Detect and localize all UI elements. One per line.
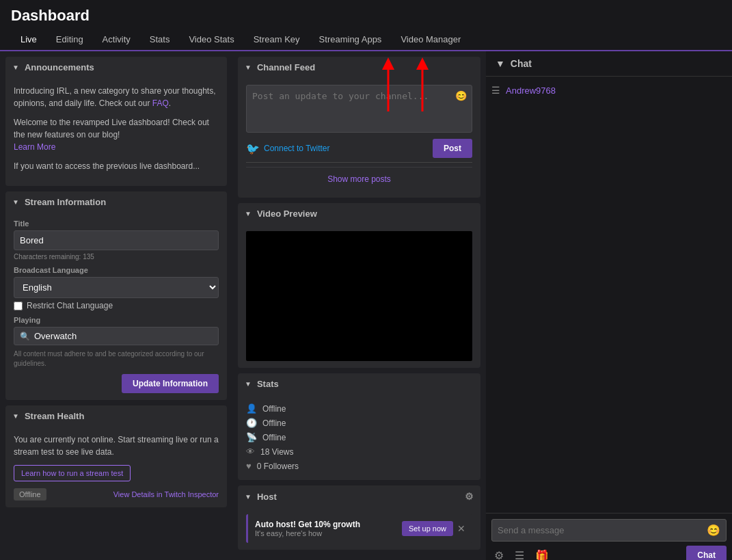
channel-feed-header[interactable]: ▼ Channel Feed xyxy=(238,57,480,78)
clock-icon: 🕐 xyxy=(246,418,257,428)
offline-badge: Offline xyxy=(14,488,46,501)
learn-more-link[interactable]: Learn More xyxy=(14,142,55,152)
video-preview-arrow: ▼ xyxy=(245,210,252,217)
close-promo-button[interactable]: ✕ xyxy=(457,523,465,534)
broadcast-language-select[interactable]: English Spanish French German xyxy=(14,277,219,298)
update-information-button[interactable]: Update Information xyxy=(122,374,219,393)
chat-user-row: ☰ Andrew9768 xyxy=(491,82,727,98)
health-footer: Offline View Details in Twitch Inspector xyxy=(14,488,219,501)
chat-message-input[interactable] xyxy=(498,525,707,535)
channel-feed-title: Channel Feed xyxy=(257,62,315,72)
post-button[interactable]: Post xyxy=(433,139,472,158)
restrict-chat-label: Restrict Chat Language xyxy=(27,301,113,310)
stream-health-arrow: ▼ xyxy=(12,412,19,420)
host-promo: Auto host! Get 10% growth It's easy, her… xyxy=(246,514,472,543)
tab-video-manager[interactable]: Video Manager xyxy=(391,29,470,51)
announcements-arrow: ▼ xyxy=(12,64,19,71)
chat-input-area: 😊 ⚙ ☰ 🎁 Chat xyxy=(486,513,732,560)
twitter-connect-label: Connect to Twitter xyxy=(264,144,330,153)
stat-value-1: Offline xyxy=(262,404,286,414)
restrict-chat-checkbox[interactable] xyxy=(14,302,23,310)
chat-gift-button[interactable]: 🎁 xyxy=(532,546,552,561)
host-promo-title: Auto host! Get 10% growth xyxy=(255,520,360,529)
tab-live[interactable]: Live xyxy=(11,29,46,51)
announcements-panel: ▼ Announcements Introducing IRL, a new c… xyxy=(5,57,227,186)
playing-label: Playing xyxy=(14,316,219,324)
chat-title: Chat xyxy=(511,58,532,69)
signal-icon: 📡 xyxy=(246,432,257,442)
host-header[interactable]: ▼ Host ⚙ xyxy=(238,485,480,507)
twitch-inspector-link[interactable]: View Details in Twitch Inspector xyxy=(113,490,219,498)
stream-health-panel: ▼ Stream Health You are currently not on… xyxy=(5,405,227,507)
chat-emoji-button[interactable]: 😊 xyxy=(707,524,720,537)
chat-body: ☰ Andrew9768 xyxy=(486,77,732,513)
stream-health-body: You are currently not online. Start stre… xyxy=(5,427,227,507)
main-layout: ▼ Announcements Introducing IRL, a new c… xyxy=(0,51,732,560)
chat-settings-button[interactable]: ⚙ xyxy=(491,546,506,561)
stat-value-3: Offline xyxy=(262,433,286,442)
playing-input[interactable] xyxy=(34,331,213,341)
feed-emoji-icon[interactable]: 😊 xyxy=(455,90,467,101)
stream-health-text: You are currently not online. Start stre… xyxy=(14,434,219,458)
broadcast-language-label: Broadcast Language xyxy=(14,266,219,274)
video-preview-title: Video Preview xyxy=(257,209,317,219)
stats-header[interactable]: ▼ Stats xyxy=(238,373,480,395)
tab-stats[interactable]: Stats xyxy=(140,29,180,51)
tab-activity[interactable]: Activity xyxy=(93,29,140,51)
channel-feed-panel: ▼ Channel Feed 😊 🐦 Connect to Twitter Po… xyxy=(238,57,480,198)
left-column: ▼ Announcements Introducing IRL, a new c… xyxy=(0,51,232,560)
host-panel: ▼ Host ⚙ Auto host! Get 10% growth It's … xyxy=(238,485,480,550)
channel-feed-arrow: ▼ xyxy=(245,64,252,71)
setup-now-button[interactable]: Set up now xyxy=(402,521,453,536)
chat-send-button[interactable]: Chat xyxy=(686,546,727,560)
stat-value-4: 18 Views xyxy=(260,447,293,457)
chat-list-button[interactable]: ☰ xyxy=(512,546,527,561)
video-preview-box xyxy=(246,231,472,361)
host-promo-sub: It's easy, here's how xyxy=(255,529,360,537)
chat-panel-header: ▼ Chat xyxy=(486,51,732,77)
right-column: ▼ Chat ☰ Andrew9768 😊 ⚙ ☰ 🎁 Chat xyxy=(486,51,732,560)
host-gear-icon[interactable]: ⚙ xyxy=(465,491,474,502)
stat-value-2: Offline xyxy=(262,418,286,428)
stats-title: Stats xyxy=(257,379,279,389)
center-column: ▼ Channel Feed 😊 🐦 Connect to Twitter Po… xyxy=(232,51,486,560)
tab-editing[interactable]: Editing xyxy=(46,29,93,51)
stream-title-input[interactable] xyxy=(14,230,219,250)
show-more-posts[interactable]: Show more posts xyxy=(246,167,472,191)
stream-test-button[interactable]: Learn how to run a stream test xyxy=(14,465,131,481)
channel-feed-textarea[interactable] xyxy=(246,85,472,133)
announcements-header[interactable]: ▼ Announcements xyxy=(5,57,227,78)
stream-info-header[interactable]: ▼ Stream Information xyxy=(5,191,227,213)
stream-health-title: Stream Health xyxy=(25,411,84,421)
stream-health-header[interactable]: ▼ Stream Health xyxy=(5,405,227,427)
app-header: Dashboard Live Editing Activity Stats Vi… xyxy=(0,0,732,51)
stats-body: 👤 Offline 🕐 Offline 📡 Offline 👁 18 Views… xyxy=(238,395,480,480)
announcements-body: Introducing IRL, a new category to share… xyxy=(5,78,227,186)
video-preview-header[interactable]: ▼ Video Preview xyxy=(238,203,480,224)
stream-info-arrow: ▼ xyxy=(12,198,19,206)
user-icon: 👤 xyxy=(246,403,257,414)
search-icon: 🔍 xyxy=(20,332,30,341)
stat-row-4: 👁 18 Views xyxy=(246,444,472,459)
faq-link[interactable]: FAQ xyxy=(152,98,169,108)
title-label: Title xyxy=(14,219,219,228)
announcements-title: Announcements xyxy=(25,62,94,72)
twitter-connect[interactable]: 🐦 Connect to Twitter xyxy=(246,142,330,155)
chat-arrow: ▼ xyxy=(496,58,505,69)
tab-streaming-apps[interactable]: Streaming Apps xyxy=(310,29,392,51)
chars-remaining: Characters remaining: 135 xyxy=(14,253,219,261)
stream-info-body: Title Characters remaining: 135 Broadcas… xyxy=(5,213,227,400)
chat-menu-icon[interactable]: ☰ xyxy=(491,85,500,96)
tab-video-stats[interactable]: Video Stats xyxy=(179,29,243,51)
video-preview-panel: ▼ Video Preview xyxy=(238,203,480,368)
tab-stream-key[interactable]: Stream Key xyxy=(244,29,310,51)
nav-tabs: Live Editing Activity Stats Video Stats … xyxy=(11,29,721,50)
chat-toolbar: ⚙ ☰ 🎁 Chat xyxy=(491,546,727,560)
host-promo-text: Auto host! Get 10% growth It's easy, her… xyxy=(255,520,360,537)
host-arrow: ▼ xyxy=(245,493,252,501)
stat-row-1: 👤 Offline xyxy=(246,401,472,416)
stat-row-5: ♥ 0 Followers xyxy=(246,459,472,473)
announcement-3: If you want to access the previous live … xyxy=(14,160,219,172)
feed-actions-row: 🐦 Connect to Twitter Post xyxy=(246,139,472,158)
stats-arrow: ▼ xyxy=(245,380,252,388)
